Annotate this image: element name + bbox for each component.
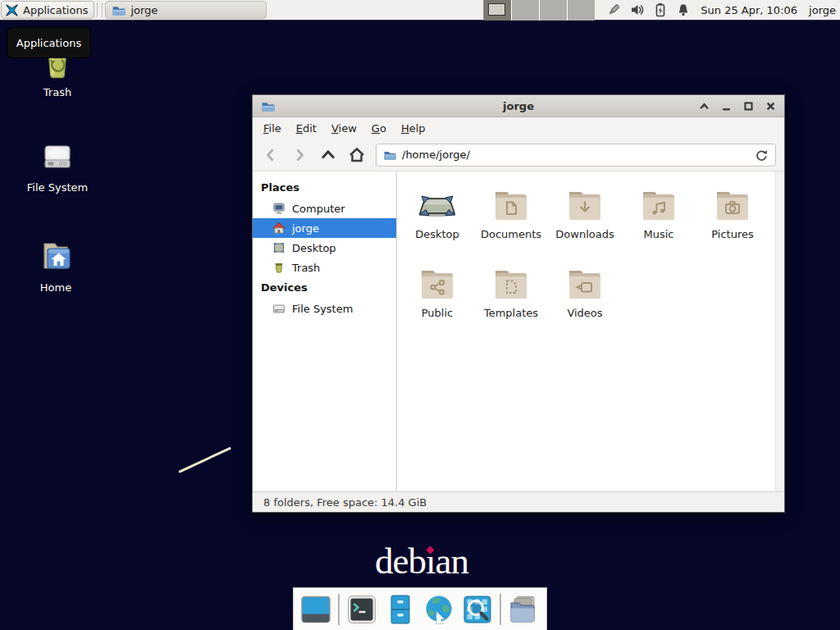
home-icon: [272, 221, 285, 235]
stylus-icon[interactable]: [606, 2, 621, 17]
app-finder-icon: [461, 593, 494, 626]
directory-menu-button[interactable]: [507, 593, 540, 626]
minimize-button[interactable]: [721, 101, 732, 112]
xfce-applications-icon: [5, 3, 19, 17]
titlebar[interactable]: jorge: [253, 95, 784, 117]
terminal-launcher[interactable]: [345, 593, 378, 626]
statusbar: 8 folders, Free space: 14.4 GiB: [253, 491, 784, 512]
workspace-3[interactable]: [540, 0, 567, 21]
toolbar: /home/jorge/: [253, 139, 784, 171]
file-item-public[interactable]: Public: [400, 263, 474, 342]
path-bar[interactable]: /home/jorge/: [376, 144, 776, 167]
workspace-1[interactable]: [484, 0, 511, 21]
desktop-icon-home[interactable]: Home: [16, 236, 95, 294]
workspace-window-thumbnail: [488, 3, 505, 16]
applications-menu-label: Applications: [23, 4, 88, 16]
workspace-4[interactable]: [568, 0, 595, 21]
applications-menu-button[interactable]: Applications: [1, 1, 94, 19]
home-folder-icon: [36, 236, 75, 276]
home-icon: [348, 146, 366, 164]
clock[interactable]: Sun 25 Apr, 10:06: [701, 4, 797, 16]
show-desktop-icon: [299, 593, 332, 626]
sidebar-item-computer[interactable]: Computer: [253, 199, 396, 218]
desktop-pad-icon: [418, 185, 457, 224]
volume-icon[interactable]: [630, 2, 645, 17]
templates-folder-icon: [491, 263, 531, 303]
file-item-downloads[interactable]: Downloads: [548, 185, 622, 263]
workspace-2[interactable]: [512, 0, 539, 21]
applications-tooltip: Applications: [7, 27, 91, 58]
menu-edit[interactable]: Edit: [289, 119, 324, 138]
hard-drive-icon: [38, 136, 77, 176]
desktop-icon-file-system[interactable]: File System: [18, 136, 97, 194]
file-item-label: Music: [644, 228, 674, 240]
statusbar-text: 8 folders, Free space: 14.4 GiB: [263, 496, 427, 509]
tooltip-text: Applications: [16, 37, 81, 49]
file-item-label: Public: [422, 307, 453, 319]
sidebar-item-trash[interactable]: Trash: [253, 258, 396, 277]
battery-icon[interactable]: [654, 2, 667, 17]
downloads-folder-icon: [565, 185, 605, 224]
system-tray: [606, 2, 691, 17]
taskbar-window-button[interactable]: jorge: [105, 1, 267, 19]
file-manager-window-icon: [112, 3, 126, 17]
vertical-scrollbar[interactable]: [775, 171, 784, 491]
reload-icon[interactable]: [754, 148, 769, 162]
wordmark-part: an: [436, 541, 468, 582]
sidebar-item-label: File System: [292, 303, 353, 315]
close-button[interactable]: [765, 101, 776, 112]
web-browser-launcher[interactable]: [422, 593, 455, 626]
application-finder-launcher[interactable]: [461, 593, 494, 626]
forward-button[interactable]: [290, 145, 309, 165]
pictures-folder-icon: [713, 185, 752, 224]
home-button[interactable]: [347, 145, 367, 165]
workspace-switcher[interactable]: [483, 0, 595, 21]
wordmark-part: deb: [375, 541, 426, 582]
debian-wordmark: debıan: [375, 540, 468, 582]
desktop-icon-label: Trash: [43, 86, 71, 98]
file-item-templates[interactable]: Templates: [474, 263, 548, 342]
desktop-icon-label: File System: [27, 181, 88, 194]
shade-button[interactable]: [699, 101, 710, 112]
menu-file[interactable]: File: [256, 119, 289, 138]
notifications-bell-icon[interactable]: [676, 2, 691, 17]
show-desktop-button[interactable]: [299, 593, 332, 626]
hard-drive-icon: [272, 302, 285, 315]
top-panel: Applications jorge: [0, 0, 840, 21]
panel-handle[interactable]: [97, 3, 103, 16]
music-folder-icon: [639, 185, 678, 224]
desktop-icon-label: Home: [40, 281, 71, 294]
up-button[interactable]: [318, 145, 338, 165]
file-manager-launcher[interactable]: [384, 593, 417, 626]
sidebar-item-file-system[interactable]: File System: [253, 299, 396, 318]
menu-help[interactable]: Help: [394, 119, 433, 138]
chevron-left-icon: [262, 147, 279, 163]
file-item-label: Templates: [484, 307, 538, 319]
file-item-videos[interactable]: Videos: [548, 263, 622, 342]
bottom-dock: [293, 587, 547, 630]
directory-folder-icon: [507, 593, 540, 626]
file-item-music[interactable]: Music: [622, 185, 696, 263]
taskbar-window-label: jorge: [130, 4, 260, 16]
panel-username[interactable]: jorge: [809, 4, 836, 16]
globe-browser-icon: [422, 593, 455, 626]
menu-go[interactable]: Go: [364, 119, 394, 138]
back-button[interactable]: [261, 145, 281, 165]
file-item-documents[interactable]: Documents: [474, 185, 548, 263]
videos-folder-icon: [565, 263, 605, 303]
computer-icon: [272, 202, 285, 215]
file-item-desktop[interactable]: Desktop: [400, 185, 474, 263]
public-folder-icon: [418, 263, 457, 303]
stray-line-artifact: [178, 447, 231, 473]
file-item-pictures[interactable]: Pictures: [696, 185, 769, 263]
maximize-button[interactable]: [743, 101, 754, 112]
dock-separator: [500, 594, 501, 625]
file-item-label: Pictures: [711, 228, 753, 240]
chevron-right-icon: [291, 147, 308, 163]
sidebar-item-desktop[interactable]: Desktop: [253, 238, 396, 258]
file-item-label: Documents: [481, 228, 541, 240]
menu-view[interactable]: View: [324, 119, 364, 138]
sidebar-item-jorge[interactable]: jorge: [253, 218, 396, 238]
file-view[interactable]: Desktop Documents: [397, 171, 784, 491]
path-text[interactable]: /home/jorge/: [402, 148, 748, 161]
